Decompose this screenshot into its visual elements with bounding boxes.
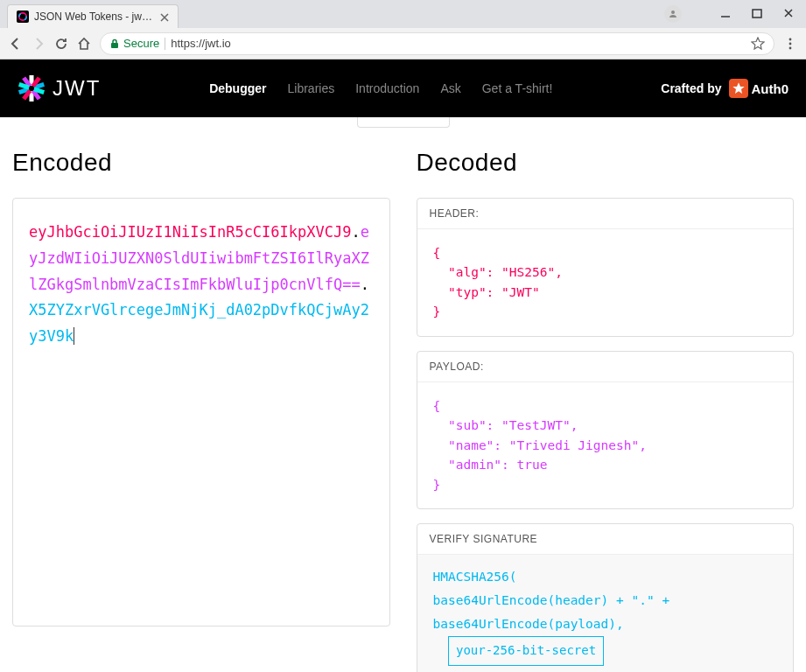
window-minimize-button[interactable] bbox=[720, 6, 731, 22]
svg-point-2 bbox=[671, 10, 675, 14]
secure-label: Secure bbox=[123, 37, 159, 50]
sig-line: base64UrlEncode(payload), bbox=[433, 612, 778, 636]
tab-favicon-icon bbox=[17, 10, 29, 23]
secure-badge: Secure bbox=[109, 37, 159, 50]
browser-toolbar: Secure https://jwt.io bbox=[0, 28, 806, 60]
main-content: Encoded eyJhbGciOiJIUzI1NiIsInR5cCI6IkpX… bbox=[0, 131, 806, 672]
decoded-payload-body[interactable]: { "sub": "TestJWT", "name": "Trivedi Jig… bbox=[417, 382, 794, 508]
window-controls bbox=[652, 0, 806, 28]
tab-title: JSON Web Tokens - jwt.io bbox=[34, 10, 155, 23]
jwt-dot: . bbox=[361, 276, 369, 293]
jwt-logo[interactable]: JWT bbox=[18, 74, 101, 102]
svg-point-6 bbox=[789, 42, 792, 45]
auth0-icon bbox=[729, 79, 748, 98]
svg-rect-3 bbox=[753, 10, 761, 18]
encoded-column: Encoded eyJhbGciOiJIUzI1NiIsInR5cCI6IkpX… bbox=[12, 149, 390, 672]
verify-signature-label: VERIFY SIGNATURE bbox=[417, 524, 794, 555]
nav-item-introduction[interactable]: Introduction bbox=[355, 81, 419, 95]
bookmark-star-icon[interactable] bbox=[751, 37, 765, 51]
auth0-logo[interactable]: Auth0 bbox=[729, 79, 789, 98]
checkbox-label: secret base64 encoded bbox=[462, 666, 622, 672]
nav-item-ask[interactable]: Ask bbox=[440, 81, 460, 95]
secret-base64-checkbox[interactable]: secret base64 encoded bbox=[448, 666, 622, 672]
crafted-by: Crafted by Auth0 bbox=[661, 79, 788, 98]
browser-tab-bar: JSON Web Tokens - jwt.io bbox=[0, 0, 806, 28]
window-close-button[interactable] bbox=[783, 6, 794, 22]
verify-signature-box: VERIFY SIGNATURE HMACSHA256( base64UrlEn… bbox=[417, 523, 795, 672]
divider bbox=[165, 38, 165, 50]
svg-point-7 bbox=[789, 46, 792, 49]
decoded-header-label: HEADER: bbox=[417, 199, 794, 229]
decoded-payload-label: PAYLOAD: bbox=[417, 352, 794, 382]
secret-input[interactable]: your-256-bit-secret bbox=[448, 636, 604, 666]
logo-text: JWT bbox=[53, 76, 101, 101]
jwt-logo-icon bbox=[18, 74, 46, 102]
reload-button[interactable] bbox=[54, 37, 68, 51]
decoded-header-box: HEADER: { "alg": "HS256", "typ": "JWT" } bbox=[417, 198, 795, 337]
user-avatar-icon[interactable] bbox=[664, 5, 682, 23]
jwt-header-segment: eyJhbGciOiJIUzI1NiIsInR5cCI6IkpXVCJ9 bbox=[29, 223, 351, 241]
close-icon[interactable] bbox=[160, 12, 169, 21]
jwt-signature-segment: X5ZYZxrVGlrcegeJmNjKj_dA02pDvfkQCjwAy2y3… bbox=[29, 301, 369, 345]
url-text: https://jwt.io bbox=[171, 37, 231, 50]
svg-point-5 bbox=[789, 38, 792, 40]
lock-icon bbox=[109, 38, 120, 49]
nav-links: Debugger Libraries Introduction Ask Get … bbox=[101, 81, 661, 95]
svg-rect-4 bbox=[111, 43, 118, 48]
browser-menu-button[interactable] bbox=[783, 37, 797, 51]
address-bar[interactable]: Secure https://jwt.io bbox=[100, 32, 774, 55]
crafted-by-label: Crafted by bbox=[661, 81, 721, 95]
decoded-column: Decoded HEADER: { "alg": "HS256", "typ":… bbox=[417, 149, 795, 672]
site-header: JWT Debugger Libraries Introduction Ask … bbox=[0, 60, 806, 117]
signature-body: HMACSHA256( base64UrlEncode(header) + ".… bbox=[417, 555, 794, 672]
encoded-token-input[interactable]: eyJhbGciOiJIUzI1NiIsInR5cCI6IkpXVCJ9.eyJ… bbox=[12, 198, 390, 626]
algorithm-selector-remnant bbox=[0, 117, 806, 131]
sig-line: HMACSHA256( bbox=[433, 565, 778, 589]
window-maximize-button[interactable] bbox=[752, 6, 762, 22]
back-button[interactable] bbox=[9, 37, 23, 51]
sig-line: base64UrlEncode(header) + "." + bbox=[433, 589, 778, 612]
auth0-text: Auth0 bbox=[752, 81, 789, 96]
decoded-header-body[interactable]: { "alg": "HS256", "typ": "JWT" } bbox=[417, 229, 794, 336]
jwt-dot: . bbox=[351, 223, 360, 241]
nav-item-libraries[interactable]: Libraries bbox=[288, 81, 335, 95]
nav-item-debugger[interactable]: Debugger bbox=[209, 81, 266, 95]
decoded-heading: Decoded bbox=[417, 149, 795, 177]
forward-button[interactable] bbox=[32, 37, 46, 51]
encoded-heading: Encoded bbox=[12, 149, 390, 177]
browser-tab[interactable]: JSON Web Tokens - jwt.io bbox=[7, 4, 179, 28]
nav-item-tshirt[interactable]: Get a T-shirt! bbox=[482, 81, 553, 95]
home-button[interactable] bbox=[77, 37, 91, 51]
decoded-payload-box: PAYLOAD: { "sub": "TestJWT", "name": "Tr… bbox=[417, 351, 795, 509]
